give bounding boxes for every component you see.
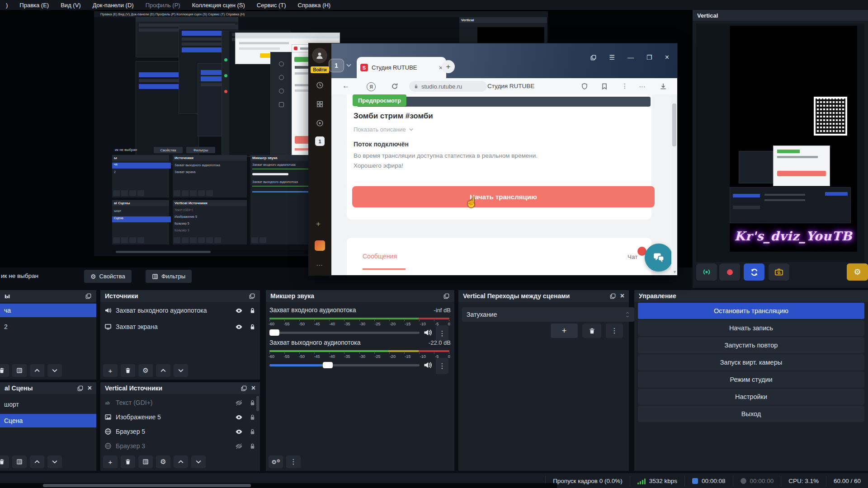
- source-filters-button[interactable]: [138, 455, 153, 468]
- volume-slider-handle[interactable]: [269, 329, 279, 336]
- start-virtual-camera-button[interactable]: Запуск вирт. камеры: [638, 354, 864, 371]
- menu-item-docks[interactable]: Док-панели (D): [87, 2, 140, 9]
- scene-filters-button[interactable]: [12, 364, 27, 377]
- lock-icon[interactable]: [249, 414, 256, 421]
- scene-row[interactable]: ча: [0, 304, 96, 317]
- scrollbar-thumb[interactable]: [672, 103, 676, 146]
- properties-button[interactable]: ⚙ Свойства: [84, 270, 132, 283]
- profile-avatar[interactable]: [312, 48, 327, 63]
- lock-icon[interactable]: [249, 324, 256, 330]
- more-icon[interactable]: …: [639, 81, 646, 89]
- url-pill[interactable]: studio.rutube.ru: [409, 81, 487, 92]
- history-clock-icon[interactable]: [316, 81, 324, 89]
- tab-counter[interactable]: 1: [329, 59, 344, 72]
- source-row[interactable]: Захват выходного аудиопотока: [100, 304, 260, 317]
- panels-icon[interactable]: [590, 54, 597, 61]
- vertical-record-button[interactable]: [719, 263, 740, 281]
- messages-tab[interactable]: Сообщения: [363, 253, 397, 260]
- bookmark-flag-icon[interactable]: [601, 83, 608, 90]
- popout-dock-icon[interactable]: [609, 293, 616, 300]
- eye-off-icon[interactable]: [235, 399, 243, 407]
- menu-item-tools[interactable]: Сервис (Т): [251, 2, 292, 9]
- menu-item-file-cut[interactable]: ): [0, 2, 14, 9]
- remove-source-button[interactable]: [121, 455, 135, 468]
- popout-dock-icon[interactable]: [241, 385, 247, 392]
- source-row[interactable]: Браузер 5: [100, 425, 260, 438]
- close-dock-icon[interactable]: ×: [88, 385, 92, 392]
- yandex-icon[interactable]: Я: [367, 82, 376, 91]
- start-stream-button[interactable]: Начать трансляцию: [352, 186, 655, 207]
- source-row[interactable]: Текст (GDI+): [100, 396, 260, 409]
- popout-dock-icon[interactable]: [77, 385, 84, 392]
- move-scene-up-button[interactable]: [30, 455, 44, 468]
- remove-source-button[interactable]: [121, 364, 135, 377]
- source-properties-button[interactable]: ⚙: [138, 364, 153, 377]
- maximize-icon[interactable]: ❐: [646, 54, 652, 61]
- eye-icon[interactable]: [235, 307, 243, 314]
- add-transition-button[interactable]: +: [551, 324, 578, 338]
- vertical-backtrack-button[interactable]: [744, 263, 764, 281]
- minimize-icon[interactable]: —: [627, 54, 634, 61]
- menu-item-profile[interactable]: Профиль (P): [140, 2, 186, 9]
- vertical-stream-button[interactable]: [696, 263, 717, 281]
- scroll-down-arrow[interactable]: ▼: [673, 270, 677, 274]
- remove-transition-button[interactable]: [582, 324, 601, 338]
- move-source-up-button[interactable]: [174, 455, 188, 468]
- eye-off-icon[interactable]: [235, 442, 243, 450]
- add-source-button[interactable]: +: [103, 455, 118, 468]
- transition-menu-button[interactable]: ⋮: [606, 324, 623, 338]
- eye-icon[interactable]: [235, 413, 243, 421]
- move-source-up-button[interactable]: [156, 364, 170, 377]
- popout-dock-icon[interactable]: [85, 293, 92, 300]
- scene-row[interactable]: 2: [0, 320, 96, 333]
- new-tab-button[interactable]: +: [442, 60, 455, 73]
- lock-icon[interactable]: [249, 399, 256, 406]
- browser-menu-icon[interactable]: ☰: [609, 54, 615, 61]
- source-row[interactable]: Изображение 5: [100, 410, 260, 424]
- vertical-virtual-cam-button[interactable]: [769, 263, 789, 281]
- menu-item-scene-collection[interactable]: Коллекция сцен (S): [186, 2, 251, 9]
- lock-icon[interactable]: [249, 443, 256, 450]
- start-recording-button[interactable]: Начать запись: [638, 320, 864, 336]
- move-source-down-button[interactable]: [191, 455, 206, 468]
- source-row[interactable]: Захват экрана: [100, 320, 260, 333]
- menu-item-help[interactable]: Справка (H): [292, 2, 337, 9]
- move-scene-down-button[interactable]: [47, 455, 62, 468]
- stop-streaming-button[interactable]: Остановить трансляцию: [638, 303, 864, 319]
- page-scrollbar[interactable]: ▼: [671, 94, 677, 275]
- menu-item-edit[interactable]: Правка (Е): [14, 2, 55, 9]
- remove-scene-button[interactable]: [0, 455, 9, 468]
- menu-item-view[interactable]: Вид (V): [55, 2, 86, 9]
- channel-menu-button[interactable]: ⋮: [436, 358, 448, 374]
- transition-select[interactable]: Затухание: [462, 307, 634, 322]
- studio-mode-button[interactable]: Режим студии: [638, 371, 864, 388]
- horizontal-scrollbar-thumb[interactable]: [43, 484, 251, 487]
- move-scene-up-button[interactable]: [30, 364, 44, 377]
- vertical-settings-button[interactable]: ⚙: [847, 263, 868, 281]
- scene-filters-button[interactable]: [12, 455, 27, 468]
- settings-button[interactable]: Настройки: [638, 389, 864, 405]
- protect-shield-icon[interactable]: [581, 83, 588, 90]
- source-properties-button[interactable]: ⚙: [156, 455, 170, 468]
- volume-slider-handle[interactable]: [323, 362, 333, 368]
- vertical-preview-pane[interactable]: Kr's_dviz_YouTB: [696, 23, 864, 262]
- source-row[interactable]: Браузер 3: [100, 439, 260, 453]
- player-icon[interactable]: [316, 119, 324, 127]
- chevron-down-icon[interactable]: [346, 62, 352, 68]
- remove-scene-button[interactable]: [0, 364, 9, 377]
- mute-speaker-icon[interactable]: [423, 328, 432, 337]
- move-scene-down-button[interactable]: [47, 364, 62, 377]
- collections-icon[interactable]: [316, 100, 324, 108]
- scene-row[interactable]: Сцена: [0, 414, 96, 427]
- scene-row[interactable]: шорт: [0, 398, 96, 411]
- advanced-audio-button[interactable]: ⚙⚙: [269, 455, 283, 468]
- mute-speaker-icon[interactable]: [423, 361, 432, 370]
- close-dock-icon[interactable]: ×: [620, 292, 624, 300]
- close-dock-icon[interactable]: ×: [251, 385, 255, 392]
- add-panel-icon[interactable]: +: [316, 220, 321, 229]
- lock-icon[interactable]: [249, 307, 256, 314]
- popout-dock-icon[interactable]: [443, 293, 450, 300]
- exit-button[interactable]: Выход: [638, 406, 864, 422]
- eye-icon[interactable]: [235, 428, 243, 436]
- volume-slider[interactable]: [269, 364, 420, 366]
